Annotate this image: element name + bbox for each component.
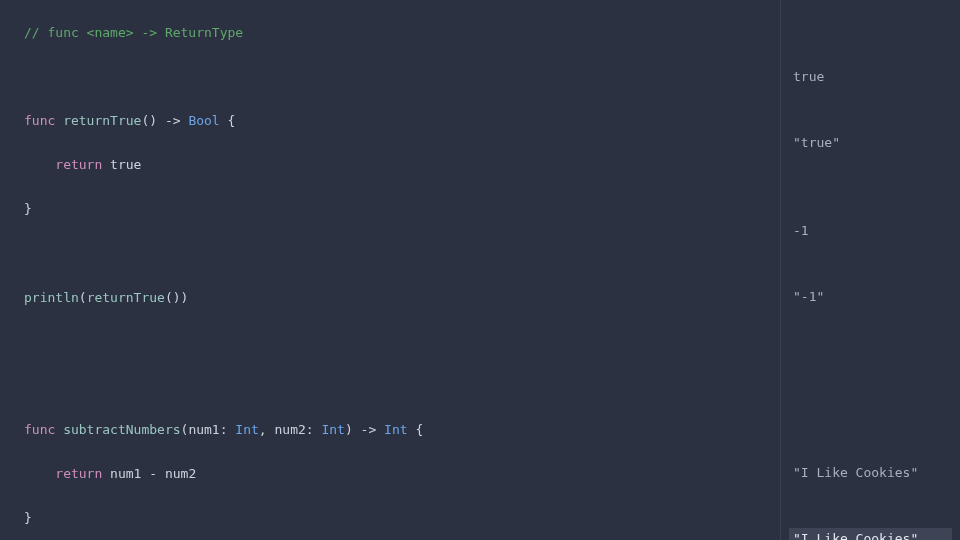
paren-close: ) (345, 422, 353, 437)
fn-subtractNumbers: subtractNumbers (63, 422, 180, 437)
type-int: Int (384, 422, 407, 437)
arrow: -> (165, 113, 181, 128)
paren-open: ( (165, 290, 173, 305)
keyword-return: return (55, 157, 102, 172)
brace-close: } (24, 201, 32, 216)
results-panel: true "true" -1 "-1" "I Like Cookies" "I … (780, 0, 960, 540)
result-row[interactable]: -1 (789, 220, 952, 242)
type-int: Int (321, 422, 344, 437)
param-num1: num1 (188, 422, 219, 437)
paren-close: ) (173, 290, 181, 305)
result-value: "-1" (793, 286, 824, 308)
brace-open: { (415, 422, 423, 437)
result-value: "I Like Cookies" (793, 528, 918, 540)
result-value: "I Like Cookies" (793, 462, 918, 484)
result-row[interactable]: "I Like Cookies" (789, 462, 952, 484)
comma: , (259, 422, 267, 437)
gutter (0, 0, 24, 540)
result-value: "true" (793, 132, 840, 154)
keyword-func: func (24, 113, 55, 128)
id-num2: num2 (165, 466, 196, 481)
result-row[interactable]: "-1" (789, 286, 952, 308)
keyword-return: return (55, 466, 102, 481)
arrow: -> (361, 422, 377, 437)
minus: - (149, 466, 157, 481)
paren-close: ) (149, 113, 157, 128)
result-row[interactable]: true (789, 66, 952, 88)
keyword-func: func (24, 422, 55, 437)
fn-returnTrue: returnTrue (63, 113, 141, 128)
brace-open: { (228, 113, 236, 128)
comment: // func <name> -> ReturnType (24, 25, 243, 40)
paren-open: ( (79, 290, 87, 305)
result-value: -1 (793, 220, 809, 242)
type-bool: Bool (188, 113, 219, 128)
result-value: true (793, 66, 824, 88)
literal-true: true (110, 157, 141, 172)
result-row-highlighted[interactable]: "I Like Cookies" (789, 528, 952, 540)
result-row[interactable]: "true" (789, 132, 952, 154)
fn-returnTrue-call: returnTrue (87, 290, 165, 305)
colon: : (306, 422, 314, 437)
paren-close: ) (181, 290, 189, 305)
type-int: Int (235, 422, 258, 437)
id-num1: num1 (110, 466, 141, 481)
code-editor[interactable]: // func <name> -> ReturnType func return… (24, 0, 780, 540)
fn-println: println (24, 290, 79, 305)
colon: : (220, 422, 228, 437)
brace-close: } (24, 510, 32, 525)
param-num2: num2 (274, 422, 305, 437)
